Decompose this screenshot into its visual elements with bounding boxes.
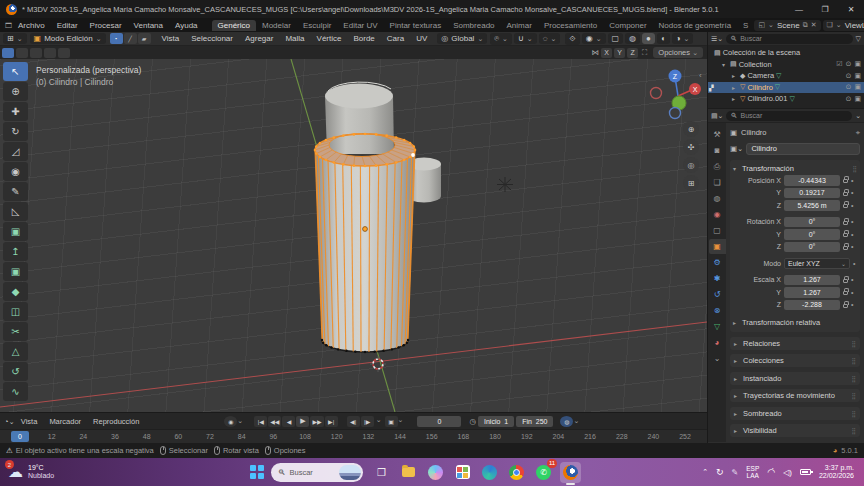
panel-drag-handle[interactable]: ⣿: [852, 410, 856, 417]
properties-tab-render[interactable]: ◙: [709, 143, 726, 158]
transform-value-field[interactable]: 1.267: [784, 287, 840, 298]
transform-value-field[interactable]: 0°: [784, 229, 840, 240]
animate-property-dot[interactable]: •: [851, 202, 853, 209]
taskbar-app-store[interactable]: [452, 462, 473, 483]
timeline-menu-reproducción[interactable]: Reproducción: [87, 417, 145, 426]
workspace-tab-esculpir[interactable]: Esculpir: [297, 20, 337, 31]
timeline-menu-vista[interactable]: Vista: [15, 417, 44, 426]
tool-extrude-region-icon[interactable]: ↥: [3, 242, 28, 261]
timeline-editor-icon[interactable]: ◔⌄: [4, 417, 15, 426]
lock-icon[interactable]: [843, 221, 848, 225]
volume-icon[interactable]: ◁): [783, 468, 792, 477]
pin-icon[interactable]: ⌖: [856, 128, 860, 138]
new-scene-icon[interactable]: ⧉: [803, 21, 808, 29]
chevron-right-icon[interactable]: ▸: [732, 84, 738, 91]
object-name-field[interactable]: Cilindro: [746, 143, 860, 155]
panel-drag-handle[interactable]: ⣿: [852, 357, 856, 364]
show-overlays-button[interactable]: ◉⌄: [582, 33, 606, 44]
camera-toggle-icon[interactable]: ▣: [854, 95, 861, 103]
keying-set-icon[interactable]: ◍: [560, 416, 573, 427]
transform-value-field[interactable]: -0.44343: [784, 175, 840, 186]
taskbar-app-edge[interactable]: [479, 462, 500, 483]
workspace-tab-s[interactable]: S: [737, 20, 754, 31]
face-select-button[interactable]: ▰: [138, 33, 151, 44]
mirror-x-button[interactable]: X: [601, 48, 612, 58]
chevron-right-icon[interactable]: ▸: [732, 72, 738, 79]
tool-add-cube-icon[interactable]: ▣: [3, 222, 28, 241]
mode-selector[interactable]: ▣ Modo Edición ⌄: [30, 33, 106, 44]
chevron-down-icon[interactable]: ▾: [722, 61, 728, 68]
workspace-tab-pintar-texturas[interactable]: Pintar texturas: [384, 20, 448, 31]
panel-colecciones[interactable]: ▸Colecciones⣿: [730, 354, 860, 367]
panel-drag-handle[interactable]: ⣿: [853, 165, 857, 172]
properties-tab-modifiers[interactable]: ⚙: [709, 255, 726, 270]
eye-icon[interactable]: ⊙: [846, 83, 852, 91]
navigation-gizmo[interactable]: Z X: [651, 70, 702, 119]
next-keyframe-button[interactable]: ▶▶: [310, 416, 323, 427]
animate-property-dot[interactable]: •: [853, 260, 855, 267]
workspace-tab-editar-uv[interactable]: Editar UV: [337, 20, 383, 31]
properties-tab-world[interactable]: ◉: [709, 207, 726, 222]
lock-icon[interactable]: [843, 304, 848, 308]
pivot-point-button[interactable]: ⌾⌄: [490, 33, 512, 45]
properties-tab-particles[interactable]: ✱: [709, 271, 726, 286]
tool-annotate-icon[interactable]: ✎: [3, 182, 28, 201]
viewport-menu-borde[interactable]: Borde: [347, 34, 380, 43]
outliner-row-colección-de-la-escena[interactable]: ▤Colección de la escena: [708, 47, 864, 59]
timeline-ruler[interactable]: 0 12243648607284961081201321441561681801…: [0, 429, 707, 443]
maximize-button[interactable]: ❐: [812, 5, 838, 14]
viewlayer-selector[interactable]: ❏ ⌄ ViewLayer ⧉: [823, 20, 864, 31]
camera-toggle-icon[interactable]: ▣: [854, 60, 861, 68]
mirror-z-button[interactable]: Z: [627, 48, 638, 58]
start-button[interactable]: [250, 465, 264, 479]
properties-search-input[interactable]: 🔍︎ Buscar: [726, 111, 852, 121]
tool-inset-faces-icon[interactable]: ▣: [3, 262, 28, 281]
chevron-right-icon[interactable]: ▸: [732, 95, 738, 102]
blender-menu-icon[interactable]: 🗖: [5, 22, 12, 29]
xray-toggle-button[interactable]: ▢: [608, 33, 624, 44]
taskbar-app-task-view[interactable]: ❐: [371, 462, 392, 483]
lock-icon[interactable]: [843, 192, 848, 196]
transform-panel-header[interactable]: ▾ Transformación ⣿: [733, 163, 857, 174]
properties-tab-material[interactable]: ◕: [709, 335, 726, 350]
properties-options-icon[interactable]: ⌄: [855, 112, 861, 120]
eye-icon[interactable]: ⊙: [846, 60, 852, 68]
transform-value-field[interactable]: 0°: [784, 217, 840, 228]
workspace-tab-procesamiento[interactable]: Procesamiento: [538, 20, 603, 31]
viewport-menu-seleccionar[interactable]: Seleccionar: [185, 34, 239, 43]
panel-visibilidad[interactable]: ▸Visibilidad⣿: [730, 424, 860, 437]
transform-value-field[interactable]: 0°: [784, 242, 840, 253]
play-reverse-button[interactable]: ◀: [282, 416, 295, 427]
outliner-row-collection[interactable]: ▾▤Collection☑⊙▣: [708, 59, 864, 71]
properties-tab-output[interactable]: ⎙: [709, 159, 726, 174]
taskbar-search-input[interactable]: 🔍︎ Buscar: [271, 463, 363, 482]
outliner-display-mode-button[interactable]: ☰⌄: [711, 35, 723, 43]
tool-bevel-icon[interactable]: ◆: [3, 282, 28, 301]
animate-property-dot[interactable]: •: [851, 301, 853, 308]
animate-property-dot[interactable]: •: [851, 243, 853, 250]
shading-wireframe-button[interactable]: ◍: [625, 33, 640, 44]
properties-tab-collection[interactable]: ▢: [709, 223, 726, 238]
unlink-scene-icon[interactable]: ✕: [811, 21, 817, 29]
tool-measure-icon[interactable]: ◺: [3, 202, 28, 221]
pen-icon[interactable]: ✎: [732, 468, 739, 477]
lock-icon[interactable]: [843, 291, 848, 295]
panel-presentación-en-vistas[interactable]: ▸Presentación en vistas⣿: [730, 442, 860, 443]
outliner-filter-icon[interactable]: ▽: [856, 35, 861, 43]
tool-poly-build-icon[interactable]: △: [3, 342, 28, 361]
menu-archivo[interactable]: Archivo: [12, 21, 51, 30]
viewport-menu-cara[interactable]: Cara: [381, 34, 410, 43]
3d-viewport-canvas[interactable]: Personalizada (perspectiva) (0) Cilindro…: [0, 59, 707, 412]
panel-trayectorias-de-movimiento[interactable]: ▸Trayectorias de movimiento⣿: [730, 389, 860, 402]
taskbar-app-whatsapp[interactable]: ✆11: [533, 462, 554, 483]
transform-value-field[interactable]: -2.288: [784, 300, 840, 311]
scene-selector[interactable]: ◱ ⌄ Scene ⧉ ✕: [754, 20, 820, 31]
tool-transform-icon[interactable]: ◉: [3, 162, 28, 181]
menu-ventana[interactable]: Ventana: [128, 21, 169, 30]
tool-loop-cut-icon[interactable]: ◫: [3, 302, 28, 321]
lock-icon[interactable]: [843, 279, 848, 283]
eye-icon[interactable]: ⊙: [846, 95, 852, 103]
panel-relaciones[interactable]: ▸Relaciones⣿: [730, 337, 860, 350]
timeline-menu-marcador[interactable]: Marcador: [43, 417, 87, 426]
tool-knife-icon[interactable]: ✂: [3, 322, 28, 341]
